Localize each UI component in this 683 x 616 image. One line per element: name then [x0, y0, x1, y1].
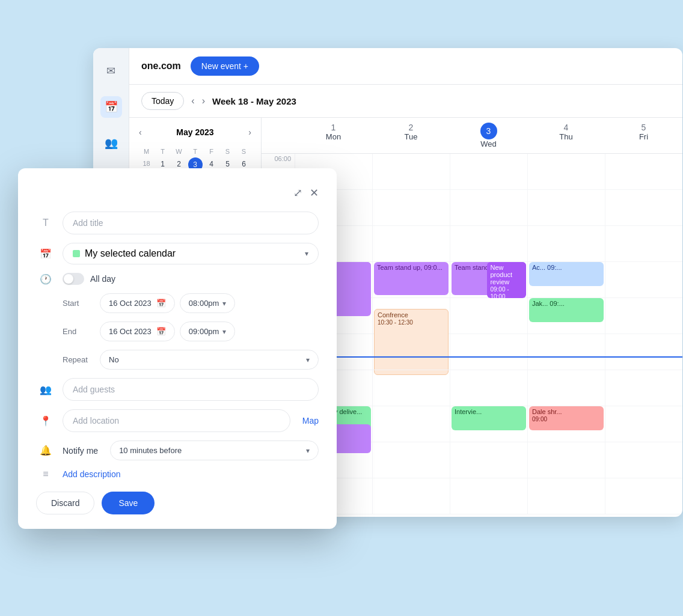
grid-cell[interactable] — [372, 334, 450, 370]
event-dale-thu[interactable]: Dale shr...09:00 — [529, 406, 604, 430]
grid-cell[interactable] — [372, 442, 450, 478]
description-icon: ≡ — [36, 469, 55, 480]
grid-cell[interactable]: Ac... 09:... — [527, 262, 605, 298]
grid-cell[interactable] — [450, 334, 527, 370]
sidebar-icon-contacts[interactable]: 👥 — [100, 132, 122, 154]
grid-cell[interactable] — [605, 406, 682, 442]
event-jak-thu[interactable]: Jak... 09:... — [529, 298, 604, 322]
grid-cell[interactable]: Confrence10:30 - 12:30 — [372, 298, 450, 334]
grid-cell[interactable] — [605, 334, 682, 370]
grid-cell[interactable] — [450, 226, 527, 262]
week-day-num: 2 — [372, 123, 450, 132]
start-date-picker[interactable]: 16 Oct 2023 📅 — [100, 293, 175, 313]
grid-cell[interactable] — [605, 190, 682, 226]
calendar-header: Today ‹ › Week 18 - May 2023 — [129, 85, 682, 118]
map-link[interactable]: Map — [302, 416, 319, 425]
grid-cell[interactable] — [450, 298, 527, 334]
end-date-picker[interactable]: 16 Oct 2023 📅 — [100, 322, 175, 341]
grid-cell[interactable] — [527, 334, 605, 370]
grid-cell[interactable]: Team stand up, 09:0... — [372, 262, 450, 298]
mini-day-header: W — [171, 147, 186, 156]
mini-prev-button[interactable]: ‹ — [139, 127, 142, 137]
grid-cell[interactable]: Intervie... — [450, 406, 527, 442]
mini-calendar-header: ‹ May 2023 › — [139, 127, 251, 137]
grid-cell[interactable] — [450, 154, 527, 190]
week-day-name: Thu — [527, 132, 605, 141]
grid-cell[interactable] — [372, 406, 450, 442]
grid-cell[interactable] — [605, 262, 682, 298]
chevron-down-icon: ▾ — [306, 356, 310, 364]
grid-cell[interactable] — [372, 478, 450, 514]
notify-select[interactable]: 10 minutes before ▾ — [110, 441, 319, 460]
allday-toggle[interactable] — [63, 273, 84, 285]
grid-cell[interactable] — [450, 442, 527, 478]
grid-cell[interactable]: Dale shr...09:00 — [527, 406, 605, 442]
grid-cell[interactable] — [372, 154, 450, 190]
grid-cell[interactable] — [527, 190, 605, 226]
grid-cell[interactable] — [527, 226, 605, 262]
week-day-name: Mon — [295, 132, 372, 141]
event-team-standup-tue[interactable]: Team stand up, 09:0... — [374, 262, 449, 295]
week-day-mon: 1 Mon — [295, 123, 372, 148]
save-button[interactable]: Save — [102, 492, 155, 514]
grid-cell[interactable] — [527, 154, 605, 190]
grid-cell[interactable] — [450, 370, 527, 406]
new-event-button[interactable]: New event + — [191, 56, 259, 76]
end-datetime: 16 Oct 2023 📅 09:00pm ▾ — [100, 322, 319, 341]
allday-row: 🕐 All day — [36, 273, 319, 285]
week-day-name: Wed — [450, 139, 527, 148]
mini-day-header: T — [155, 147, 170, 156]
mini-day-header: F — [204, 147, 219, 156]
grid-cell[interactable] — [372, 190, 450, 226]
next-week-button[interactable]: › — [202, 96, 205, 106]
grid-cell[interactable] — [605, 298, 682, 334]
grid-cell[interactable] — [605, 370, 682, 406]
prev-week-button[interactable]: ‹ — [191, 96, 194, 106]
location-input[interactable] — [63, 409, 290, 432]
end-row: End 16 Oct 2023 📅 09:00pm ▾ — [36, 322, 319, 341]
week-label: Week 18 - May 2023 — [212, 96, 296, 106]
grid-cell[interactable] — [372, 370, 450, 406]
add-description-button[interactable]: Add description — [63, 469, 121, 479]
start-label: Start — [63, 299, 93, 308]
repeat-select[interactable]: No ▾ — [100, 350, 319, 370]
grid-cell[interactable] — [605, 478, 682, 514]
discard-button[interactable]: Discard — [36, 492, 94, 514]
sidebar-icon-calendar[interactable]: 📅 — [100, 96, 122, 118]
grid-cell[interactable] — [605, 226, 682, 262]
location-icon: 📍 — [36, 415, 55, 427]
end-time-value: 09:00pm — [189, 327, 219, 336]
expand-modal-button[interactable]: ⤢ — [293, 186, 302, 200]
allday-toggle-container: All day — [63, 273, 115, 285]
start-time-picker[interactable]: 08:00pm ▾ — [180, 293, 236, 313]
modal-footer: Discard Save — [36, 492, 319, 514]
mini-next-button[interactable]: › — [248, 127, 251, 137]
grid-cell[interactable] — [450, 190, 527, 226]
grid-cell[interactable] — [605, 442, 682, 478]
today-button[interactable]: Today — [141, 92, 184, 110]
mini-day-header: S — [220, 147, 235, 156]
grid-cell[interactable]: Team stand up, 09:0... New product revie… — [450, 262, 527, 298]
grid-cell[interactable] — [372, 226, 450, 262]
week-day-num: 1 — [295, 123, 372, 132]
guests-input[interactable] — [63, 378, 319, 401]
mini-day-header: T — [188, 147, 203, 156]
title-input[interactable] — [63, 212, 319, 234]
location-row: 📍 Map — [36, 409, 319, 432]
event-ac-thu[interactable]: Ac... 09:... — [529, 262, 604, 286]
grid-cell[interactable]: Jak... 09:... — [527, 298, 605, 334]
grid-cell[interactable] — [527, 478, 605, 514]
event-interview-wed[interactable]: Intervie... — [452, 406, 526, 430]
close-modal-button[interactable]: ✕ — [310, 186, 319, 200]
event-new-product-review[interactable]: New product review09:00 - 10:00 — [487, 262, 526, 298]
grid-cell[interactable] — [450, 478, 527, 514]
calendar-select[interactable]: My selected calendar ▾ — [63, 243, 319, 264]
week-day-wed: 3 Wed — [450, 123, 527, 148]
end-time-picker[interactable]: 09:00pm ▾ — [180, 322, 236, 341]
grid-cell[interactable] — [527, 370, 605, 406]
allday-label: All day — [90, 274, 115, 284]
grid-cell[interactable] — [527, 442, 605, 478]
grid-cell[interactable] — [605, 154, 682, 190]
sidebar-icon-mail[interactable]: ✉ — [100, 60, 122, 82]
end-date-value: 16 Oct 2023 — [109, 327, 152, 336]
